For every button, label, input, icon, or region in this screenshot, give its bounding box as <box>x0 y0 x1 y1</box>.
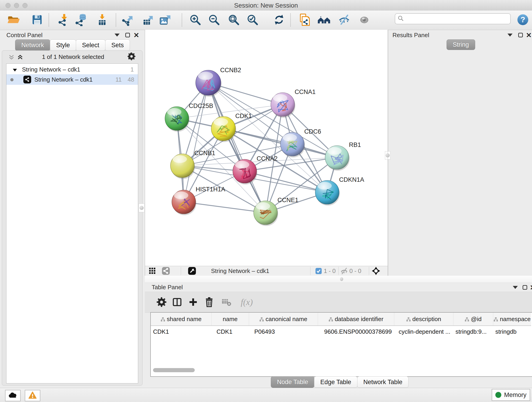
control-panel-title: Control Panel <box>6 32 43 39</box>
results-panel-title: Results Panel <box>393 32 429 39</box>
column-header-name[interactable]: name <box>211 313 249 326</box>
houses-icon <box>317 14 331 27</box>
tab-string[interactable]: String <box>447 39 475 50</box>
edge-CCNB2-HIST1H1A[interactable] <box>184 83 208 202</box>
tab-network-table[interactable]: Network Table <box>357 376 409 388</box>
warnings-button[interactable] <box>25 390 40 401</box>
memory-button[interactable]: Memory <box>492 389 530 401</box>
tab-sets[interactable]: Sets <box>105 39 130 51</box>
panel-collapse-icon[interactable] <box>506 31 514 39</box>
string-home-button[interactable] <box>317 13 331 27</box>
panel-close-icon[interactable]: ✕ <box>529 283 532 291</box>
node-CCNA1[interactable]: CCNA1 <box>271 89 316 118</box>
column-header-id[interactable]: @id <box>453 313 493 326</box>
collection-count: 1 <box>131 66 134 73</box>
network-current-dot-icon <box>10 76 14 83</box>
horizontal-splitter[interactable] <box>145 276 532 283</box>
hidden-eye-slash-icon[interactable] <box>340 267 348 275</box>
import-network-from-database-button[interactable] <box>74 13 88 27</box>
cloud-icon <box>8 392 17 399</box>
node-RB1[interactable]: RB1 <box>325 141 361 171</box>
memory-status-dot <box>495 392 501 398</box>
network-collection-row[interactable]: String Network – cdk1 1 <box>6 64 138 75</box>
delete-column-button[interactable] <box>203 295 216 309</box>
cell-namespace[interactable]: stringdb <box>493 326 531 337</box>
network-view-toolbar: String Network – cdk1 1 - 0 0 - 0 <box>145 266 388 276</box>
column-header-canonical-name[interactable]: canonical name <box>249 313 318 326</box>
tab-style[interactable]: Style <box>50 39 76 51</box>
tab-edge-table[interactable]: Edge Table <box>314 376 357 388</box>
panel-float-icon[interactable] <box>517 31 525 39</box>
create-column-button[interactable] <box>186 295 200 309</box>
export-image-button[interactable] <box>158 13 172 27</box>
save-floppy-icon <box>32 14 43 26</box>
edge-CCNB2-CCNE1[interactable] <box>208 83 266 213</box>
clone-network-button[interactable] <box>298 13 312 27</box>
refresh-button[interactable] <box>272 13 286 27</box>
tree-expand-arrow-icon[interactable] <box>13 66 17 73</box>
panel-close-icon[interactable]: ✕ <box>133 31 140 39</box>
export-table-button[interactable] <box>141 13 155 27</box>
column-header-description[interactable]: description <box>394 313 453 326</box>
node-CDC25B[interactable]: CDC25B <box>165 102 213 132</box>
panel-float-icon[interactable] <box>521 283 529 291</box>
node-label-CCNB2: CCNB2 <box>220 67 241 74</box>
column-header-shared-name[interactable]: shared name <box>151 313 211 326</box>
tab-select[interactable]: Select <box>76 39 105 51</box>
cell-database-identifier[interactable]: 9606.ENSP00000378699 <box>318 326 394 337</box>
show-hide-graphics-button[interactable] <box>337 13 351 27</box>
panel-collapse-icon[interactable] <box>113 31 121 39</box>
toolbar-separator <box>290 13 291 27</box>
highlight-eye-button[interactable] <box>357 13 371 27</box>
panel-collapse-icon[interactable] <box>511 283 519 291</box>
birdseye-grid-button[interactable] <box>149 267 156 275</box>
cell-canonical-name[interactable]: P06493 <box>249 326 318 337</box>
collapse-all-networks-icon[interactable] <box>7 53 15 61</box>
network-options-gear-icon[interactable] <box>128 52 135 60</box>
node-label-HIST1H1A: HIST1H1A <box>196 186 225 193</box>
selected-checkbox[interactable] <box>316 267 322 275</box>
table-horizontal-scrollbar[interactable] <box>153 368 195 372</box>
delete-table-button-disabled <box>220 295 233 309</box>
search-input[interactable] <box>406 14 510 23</box>
column-header-database-identifier[interactable]: database identifier <box>318 313 394 326</box>
panel-float-icon[interactable] <box>124 31 132 39</box>
zoom-selected-button[interactable] <box>246 13 259 27</box>
cell-description[interactable]: cyclin-dependent ... <box>394 326 453 337</box>
open-session-button[interactable] <box>6 13 20 27</box>
collection-label: String Network – cdk1 <box>22 66 80 73</box>
node-CDC6[interactable]: CDC6 <box>280 128 321 157</box>
export-network-button[interactable] <box>121 13 135 27</box>
show-columns-button[interactable] <box>171 295 184 309</box>
toolbar-search[interactable] <box>395 13 511 24</box>
cell-id[interactable]: stringdb:9... <box>453 326 493 337</box>
tab-network[interactable]: Network <box>15 39 50 51</box>
zoom-fit-button[interactable] <box>227 13 241 27</box>
expand-all-networks-icon[interactable] <box>16 53 24 61</box>
fit-target-icon[interactable] <box>372 267 380 275</box>
cell-name[interactable]: CDK1 <box>211 326 249 337</box>
open-in-window-button[interactable] <box>188 267 196 275</box>
panel-close-icon[interactable]: ✕ <box>525 31 532 39</box>
table-settings-gear-button[interactable] <box>155 295 168 309</box>
column-header-namespace[interactable]: namespace <box>493 313 531 326</box>
cloud-status-button[interactable] <box>5 390 21 401</box>
node-HIST1H1A[interactable]: HIST1H1A <box>172 186 225 215</box>
import-table-from-file-button[interactable] <box>95 13 109 27</box>
node-CCNB2[interactable]: CCNB2 <box>196 67 241 97</box>
node-CDKN1A[interactable]: CDKN1A <box>315 176 364 206</box>
network-share-chip-icon[interactable] <box>162 267 170 275</box>
left-splitter-handle[interactable] <box>139 204 145 212</box>
status-bar: Memory <box>0 388 532 402</box>
network-canvas[interactable]: CCNB2CCNA1CDC25BCDK1CDC6RB1CCNB1CCNA2CDK… <box>145 30 388 266</box>
tab-node-table[interactable]: Node Table <box>271 376 314 388</box>
zoom-out-button[interactable] <box>207 13 221 27</box>
cell-shared-name[interactable]: CDK1 <box>151 326 211 337</box>
help-button[interactable]: ? <box>516 13 530 27</box>
zoom-in-button[interactable] <box>188 13 202 27</box>
network-row-selected[interactable]: String Network – cdk1 11 48 <box>6 74 138 85</box>
save-session-button[interactable] <box>30 13 44 27</box>
import-network-from-file-button[interactable] <box>57 13 70 27</box>
splitter-handle-dot[interactable] <box>340 277 343 281</box>
table-row[interactable]: CDK1 CDK1 P06493 9606.ENSP00000378699 cy… <box>151 326 531 337</box>
